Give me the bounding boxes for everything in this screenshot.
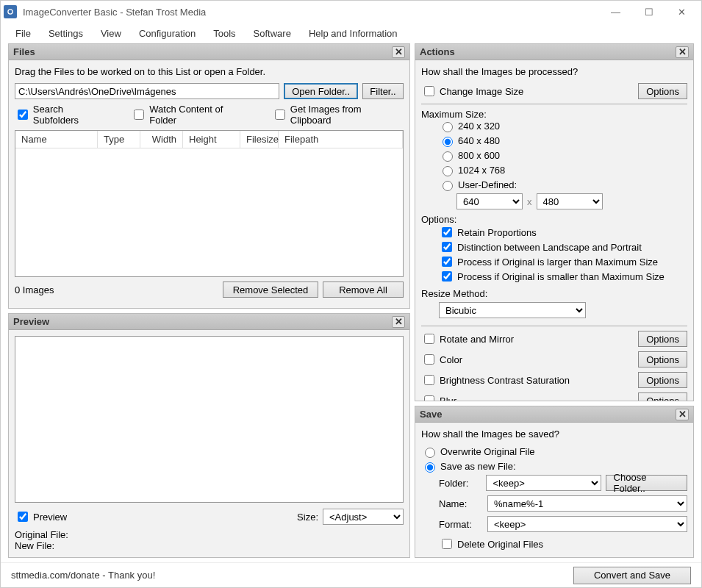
files-header: Files ✕ [9, 44, 409, 60]
search-subfolders-checkbox[interactable]: Search Subfolders [15, 104, 110, 126]
open-folder-button[interactable]: Open Folder.. [284, 83, 358, 99]
col-type[interactable]: Type [98, 131, 140, 148]
size-640x480-radio[interactable]: 640 x 480 [439, 135, 500, 147]
files-panel: Files ✕ Drag the Files to be worked on t… [8, 43, 410, 309]
window-title: ImageConverter Basic - Stefan Trost Medi… [23, 7, 599, 18]
bcs-checkbox[interactable]: Brightness Contrast Saturation [421, 373, 570, 387]
actions-title: Actions [420, 46, 455, 57]
change-size-options-button[interactable]: Options [638, 83, 687, 99]
preview-header: Preview ✕ [9, 314, 409, 330]
save-name-select[interactable]: %name%-1 [487, 495, 687, 512]
overwrite-radio[interactable]: Overwrite Original File [421, 445, 535, 458]
change-size-checkbox[interactable]: Change Image Size [421, 84, 523, 98]
window-controls: — ☐ ✕ [599, 1, 698, 22]
resize-method-label: Resize Method: [421, 288, 687, 299]
minimize-button[interactable]: — [599, 1, 632, 22]
save-panel: Save ✕ How shall the Images be saved? Ov… [415, 406, 694, 558]
col-width[interactable]: Width [140, 131, 183, 148]
save-folder-select[interactable]: <keep> [486, 475, 601, 491]
footer: sttmedia.com/donate - Thank you! Convert… [1, 562, 701, 587]
choose-folder-button[interactable]: Choose Folder.. [606, 475, 687, 491]
preview-panel: Preview ✕ Preview Size: <Adjust> Origina… [8, 313, 410, 558]
folder-path-input[interactable] [15, 83, 279, 99]
retain-proportions-checkbox[interactable]: Retain Proportions [439, 225, 537, 240]
new-file-label: New File: [15, 540, 404, 551]
actions-header: Actions ✕ [415, 44, 693, 60]
preview-size-select[interactable]: <Adjust> [323, 509, 404, 525]
max-size-label: Maximum Size: [421, 109, 687, 120]
menu-view[interactable]: View [93, 25, 129, 42]
delete-original-checkbox[interactable]: Delete Original Files [439, 537, 543, 551]
menu-help[interactable]: Help and Information [301, 25, 405, 42]
clipboard-checkbox[interactable]: Get Images from Clipboard [272, 104, 404, 126]
blur-checkbox[interactable]: Blur [421, 393, 456, 401]
blur-options-button[interactable]: Options [638, 392, 687, 401]
menubar: File Settings View Configuration Tools S… [1, 23, 701, 43]
donate-text: sttmedia.com/donate - Thank you! [11, 570, 155, 581]
maximize-button[interactable]: ☐ [632, 1, 665, 22]
size-1024x768-radio[interactable]: 1024 x 768 [439, 164, 505, 176]
preview-title: Preview [13, 316, 49, 327]
color-checkbox[interactable]: Color [421, 352, 462, 367]
size-800x600-radio[interactable]: 800 x 600 [439, 149, 500, 162]
menu-file[interactable]: File [8, 25, 38, 42]
files-title: Files [13, 46, 35, 57]
titlebar: ImageConverter Basic - Stefan Trost Medi… [1, 1, 701, 23]
folder-label: Folder: [439, 478, 481, 489]
menu-software[interactable]: Software [246, 25, 298, 42]
save-prompt: How shall the Images be saved? [421, 429, 687, 440]
preview-box [15, 336, 404, 503]
process-smaller-checkbox[interactable]: Process if Original is smaller than Maxi… [439, 269, 665, 284]
actions-prompt: How shall the Images be processed? [421, 66, 687, 77]
menu-configuration[interactable]: Configuration [132, 25, 203, 42]
save-close-icon[interactable]: ✕ [676, 409, 689, 420]
color-options-button[interactable]: Options [638, 351, 687, 368]
format-label: Format: [439, 519, 483, 530]
name-label: Name: [439, 498, 483, 509]
files-table[interactable]: Name Type Width Height Filesize Filepath [15, 130, 404, 277]
preview-checkbox[interactable]: Preview [15, 509, 67, 524]
save-format-select[interactable]: <keep> [487, 516, 687, 532]
preview-close-icon[interactable]: ✕ [392, 316, 405, 328]
actions-panel: Actions ✕ How shall the Images be proces… [415, 43, 694, 401]
actions-scroll[interactable]: How shall the Images be processed? Chang… [415, 60, 693, 401]
actions-close-icon[interactable]: ✕ [676, 46, 689, 58]
image-count: 0 Images [15, 284, 54, 295]
options-label: Options: [421, 214, 687, 225]
files-close-icon[interactable]: ✕ [392, 46, 405, 58]
process-larger-checkbox[interactable]: Process if Original is larger than Maxim… [439, 254, 658, 269]
save-header: Save ✕ [415, 406, 693, 423]
rotate-checkbox[interactable]: Rotate and Mirror [421, 331, 514, 346]
size-userdefined-radio[interactable]: User-Defined: [439, 179, 517, 191]
landscape-portrait-checkbox[interactable]: Distinction between Landscape and Portra… [439, 240, 642, 254]
userdef-height-select[interactable]: 480 [537, 193, 603, 209]
files-hint: Drag the Files to be worked on to this L… [15, 66, 404, 77]
app-icon [4, 5, 17, 18]
userdef-width-select[interactable]: 640 [456, 193, 523, 209]
size-240x320-radio[interactable]: 240 x 320 [439, 120, 500, 132]
original-file-label: Original File: [15, 529, 404, 540]
rotate-options-button[interactable]: Options [638, 331, 687, 347]
watch-folder-checkbox[interactable]: Watch Content of Folder [131, 104, 251, 126]
save-title: Save [420, 409, 442, 420]
close-button[interactable]: ✕ [665, 1, 698, 22]
save-as-radio[interactable]: Save as new File: [421, 460, 516, 473]
col-filesize[interactable]: Filesize [240, 131, 279, 148]
menu-tools[interactable]: Tools [206, 25, 243, 42]
bcs-options-button[interactable]: Options [638, 372, 687, 388]
menu-settings[interactable]: Settings [41, 25, 90, 42]
remove-selected-button[interactable]: Remove Selected [223, 282, 318, 298]
app-window: ImageConverter Basic - Stefan Trost Medi… [0, 0, 702, 588]
remove-all-button[interactable]: Remove All [323, 282, 404, 298]
svg-point-2 [9, 10, 12, 14]
col-height[interactable]: Height [183, 131, 240, 148]
col-filepath[interactable]: Filepath [279, 131, 403, 148]
size-label: Size: [297, 512, 318, 523]
filter-button[interactable]: Filter.. [362, 83, 404, 99]
x-label: x [527, 196, 532, 207]
col-name[interactable]: Name [15, 131, 98, 148]
convert-save-button[interactable]: Convert and Save [573, 567, 691, 584]
resize-method-select[interactable]: Bicubic [439, 302, 586, 318]
